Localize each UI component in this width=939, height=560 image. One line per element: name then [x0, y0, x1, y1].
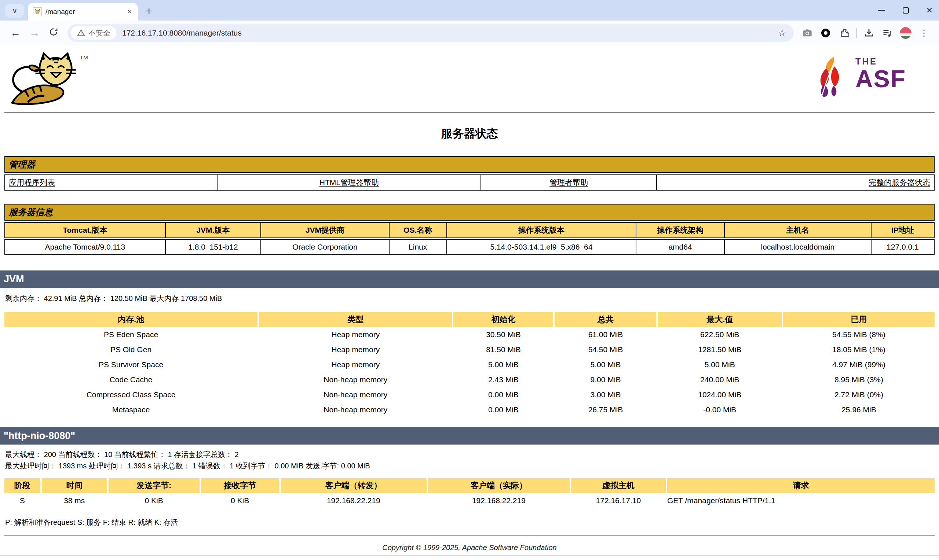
forward-icon[interactable]: →	[25, 27, 44, 39]
connector-timing-line: 最大处理时间： 1393 ms 处理时间： 1.393 s 请求总数： 1 错误…	[0, 461, 939, 471]
browser-tab[interactable]: /manager ×	[28, 3, 138, 20]
table-cell: 0.00 MiB	[453, 402, 553, 417]
security-chip[interactable]: 不安全	[71, 26, 116, 40]
table-cell: 5.00 MiB	[658, 357, 781, 372]
record-extension-icon[interactable]	[817, 29, 834, 37]
link-manager-help[interactable]: 管理者帮助	[481, 175, 656, 190]
asf-name-label: ASF	[856, 67, 906, 91]
table-cell: Non-heap memory	[259, 402, 452, 417]
manager-section: 管理器 应用程序列表 HTML管理器帮助 管理者帮助 完整的服务器状态	[5, 156, 934, 191]
manager-section-title: 管理器	[5, 156, 934, 173]
column-header: IP地址	[871, 223, 934, 237]
table-cell: -0.00 MiB	[658, 402, 781, 417]
link-complete-server-status[interactable]: 完整的服务器状态	[656, 175, 934, 190]
table-cell: Apache Tomcat/9.0.113	[5, 240, 165, 254]
table-cell: Heap memory	[259, 342, 452, 357]
column-header: 客户端（转发）	[281, 478, 427, 493]
table-cell: 30.50 MiB	[453, 327, 553, 342]
column-header: 总共	[555, 312, 656, 327]
table-cell: 1024.00 MiB	[658, 387, 781, 402]
server-info-header-row: Tomcat.版本 JVM.版本 JVM提供商 OS.名称 操作系统版本 操作系…	[5, 222, 934, 238]
table-cell: 18.05 MiB (1%)	[783, 342, 934, 357]
tab-title: /manager	[45, 8, 123, 16]
reload-icon[interactable]	[44, 27, 63, 39]
connector-table: 阶段 时间 发送字节: 接收字节 客户端（转发） 客户端（实际） 虚拟主机 请求…	[5, 478, 934, 508]
table-cell: 38 ms	[42, 493, 107, 508]
logo-header: TM THE ASF	[0, 45, 939, 111]
manager-links-row: 应用程序列表 HTML管理器帮助 管理者帮助 完整的服务器状态	[5, 174, 934, 191]
table-cell: 4.97 MiB (99%)	[783, 357, 934, 372]
table-cell: 5.14.0-503.14.1.el9_5.x86_64	[446, 240, 636, 254]
table-cell: Heap memory	[259, 327, 452, 342]
table-cell: 127.0.0.1	[871, 240, 934, 254]
connector-section-title: "http-nio-8080"	[0, 427, 939, 445]
minimize-icon[interactable]	[878, 10, 885, 11]
link-application-list[interactable]: 应用程序列表	[5, 175, 217, 190]
column-header: 时间	[42, 478, 107, 493]
column-header: 类型	[259, 312, 452, 327]
column-header: 最大.值	[658, 312, 781, 327]
table-cell: 240.00 MiB	[658, 372, 781, 387]
page-body: TM THE ASF 服务器状态 管理器 应用程序列表 HTML管理器帮助 管理…	[0, 45, 939, 552]
url-text[interactable]: 172.16.17.10:8080/manager/status	[122, 29, 242, 37]
screenshot-camera-icon[interactable]	[799, 28, 816, 38]
stage-legend: P: 解析和准备request S: 服务 F: 结束 R: 就绪 K: 存活	[0, 517, 939, 528]
table-cell: Compressed Class Space	[5, 387, 257, 402]
table-cell: Non-heap memory	[259, 387, 452, 402]
window-bottom-edge	[0, 555, 939, 555]
tab-close-icon[interactable]: ×	[126, 7, 133, 17]
browser-tab-strip: ∨ /manager × + ×	[0, 0, 939, 20]
tab-search-button[interactable]: ∨	[5, 4, 24, 18]
media-playlist-icon[interactable]	[879, 28, 895, 38]
link-html-manager-help[interactable]: HTML管理器帮助	[217, 175, 481, 190]
table-cell: Heap memory	[259, 357, 452, 372]
column-header: 初始化	[453, 312, 553, 327]
table-cell: Non-heap memory	[259, 372, 452, 387]
table-cell: Metaspace	[5, 402, 257, 417]
table-cell: 3.00 MiB	[555, 387, 656, 402]
table-cell: 81.50 MiB	[453, 342, 553, 357]
jvm-section-title: JVM	[0, 271, 939, 288]
connector-threads-line: 最大线程： 200 当前线程数： 10 当前线程繁忙： 1 存活套接字总数： 2	[0, 450, 939, 460]
table-cell: 54.50 MiB	[555, 342, 656, 357]
tomcat-tm-label: TM	[80, 54, 88, 60]
table-cell: 1.8.0_151-b12	[165, 240, 261, 254]
browser-toolbar: ← → 不安全 172.16.17.10:8080/manager/status…	[0, 20, 939, 45]
table-cell: 2.72 MiB (0%)	[783, 387, 934, 402]
table-cell: 192.168.22.219	[281, 493, 427, 508]
column-header: 操作系统架构	[636, 223, 724, 237]
address-bar[interactable]: 不安全 172.16.17.10:8080/manager/status ☆	[68, 24, 794, 42]
back-icon[interactable]: ←	[6, 27, 25, 39]
profile-avatar[interactable]	[897, 27, 914, 39]
new-tab-button[interactable]: +	[146, 5, 152, 17]
table-cell: 25.96 MiB	[783, 402, 934, 417]
memory-pool-table: 内存.池 类型 初始化 总共 最大.值 已用 PS Eden Space Hea…	[5, 312, 934, 417]
server-info-section: 服务器信息 Tomcat.版本 JVM.版本 JVM提供商 OS.名称 操作系统…	[5, 204, 934, 255]
column-header: 内存.池	[5, 312, 257, 327]
table-cell: 54.55 MiB (8%)	[783, 327, 934, 342]
column-header: 已用	[783, 312, 934, 327]
column-header: 请求	[667, 478, 934, 493]
extensions-puzzle-icon[interactable]	[836, 28, 852, 38]
chevron-down-icon: ∨	[12, 6, 18, 15]
column-header: 主机名	[724, 223, 871, 237]
window-close-icon[interactable]: ×	[927, 5, 933, 15]
browser-menu-icon[interactable]: ⋮	[916, 28, 932, 38]
jvm-memory-summary: 剩余内存： 42.91 MiB 总内存： 120.50 MiB 最大内存 170…	[0, 294, 939, 303]
column-header: JVM.版本	[165, 223, 261, 237]
maximize-icon[interactable]	[903, 7, 909, 14]
table-cell: 5.00 MiB	[453, 357, 553, 372]
table-cell: Code Cache	[5, 372, 257, 387]
server-info-title: 服务器信息	[5, 204, 934, 221]
warning-icon	[77, 29, 85, 37]
column-header: JVM提供商	[261, 223, 389, 237]
table-cell: GET /manager/status HTTP/1.1	[667, 493, 934, 508]
table-cell: S	[5, 493, 40, 508]
downloads-icon[interactable]	[861, 28, 877, 38]
table-cell: 2.43 MiB	[453, 372, 553, 387]
table-cell: 192.168.22.219	[428, 493, 570, 508]
table-cell: PS Survivor Space	[5, 357, 257, 372]
copyright-text: Copyright © 1999-2025, Apache Software F…	[0, 543, 939, 552]
column-header: 客户端（实际）	[428, 478, 570, 493]
bookmark-star-icon[interactable]: ☆	[774, 28, 790, 39]
